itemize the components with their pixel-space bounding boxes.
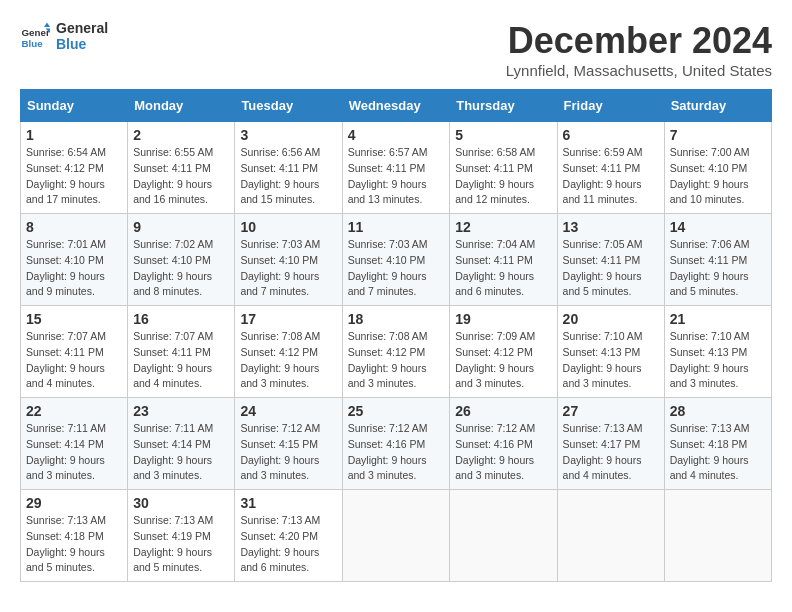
day-number: 22	[26, 403, 122, 419]
calendar-header-row: SundayMondayTuesdayWednesdayThursdayFrid…	[21, 90, 772, 122]
day-number: 14	[670, 219, 766, 235]
day-detail: Sunrise: 7:07 AM Sunset: 4:11 PM Dayligh…	[133, 329, 229, 392]
day-detail: Sunrise: 7:09 AM Sunset: 4:12 PM Dayligh…	[455, 329, 551, 392]
day-detail: Sunrise: 7:02 AM Sunset: 4:10 PM Dayligh…	[133, 237, 229, 300]
calendar-cell: 4 Sunrise: 6:57 AM Sunset: 4:11 PM Dayli…	[342, 122, 450, 214]
calendar-cell	[664, 490, 771, 582]
calendar-cell: 25 Sunrise: 7:12 AM Sunset: 4:16 PM Dayl…	[342, 398, 450, 490]
calendar-week-row: 1 Sunrise: 6:54 AM Sunset: 4:12 PM Dayli…	[21, 122, 772, 214]
calendar-cell: 5 Sunrise: 6:58 AM Sunset: 4:11 PM Dayli…	[450, 122, 557, 214]
day-number: 30	[133, 495, 229, 511]
day-detail: Sunrise: 7:13 AM Sunset: 4:20 PM Dayligh…	[240, 513, 336, 576]
calendar-cell: 12 Sunrise: 7:04 AM Sunset: 4:11 PM Dayl…	[450, 214, 557, 306]
day-number: 29	[26, 495, 122, 511]
day-number: 23	[133, 403, 229, 419]
day-detail: Sunrise: 6:56 AM Sunset: 4:11 PM Dayligh…	[240, 145, 336, 208]
calendar-cell: 13 Sunrise: 7:05 AM Sunset: 4:11 PM Dayl…	[557, 214, 664, 306]
logo-icon: General Blue	[20, 21, 50, 51]
day-number: 21	[670, 311, 766, 327]
day-detail: Sunrise: 7:10 AM Sunset: 4:13 PM Dayligh…	[563, 329, 659, 392]
calendar: SundayMondayTuesdayWednesdayThursdayFrid…	[20, 89, 772, 582]
calendar-cell: 10 Sunrise: 7:03 AM Sunset: 4:10 PM Dayl…	[235, 214, 342, 306]
day-of-week-header: Thursday	[450, 90, 557, 122]
day-number: 26	[455, 403, 551, 419]
day-detail: Sunrise: 7:13 AM Sunset: 4:17 PM Dayligh…	[563, 421, 659, 484]
calendar-cell: 30 Sunrise: 7:13 AM Sunset: 4:19 PM Dayl…	[128, 490, 235, 582]
day-detail: Sunrise: 6:59 AM Sunset: 4:11 PM Dayligh…	[563, 145, 659, 208]
day-number: 15	[26, 311, 122, 327]
day-of-week-header: Wednesday	[342, 90, 450, 122]
logo: General Blue General Blue	[20, 20, 108, 52]
day-number: 25	[348, 403, 445, 419]
day-detail: Sunrise: 7:08 AM Sunset: 4:12 PM Dayligh…	[240, 329, 336, 392]
day-detail: Sunrise: 7:12 AM Sunset: 4:16 PM Dayligh…	[348, 421, 445, 484]
day-number: 17	[240, 311, 336, 327]
day-detail: Sunrise: 6:58 AM Sunset: 4:11 PM Dayligh…	[455, 145, 551, 208]
day-number: 10	[240, 219, 336, 235]
day-detail: Sunrise: 7:12 AM Sunset: 4:15 PM Dayligh…	[240, 421, 336, 484]
calendar-cell: 7 Sunrise: 7:00 AM Sunset: 4:10 PM Dayli…	[664, 122, 771, 214]
day-number: 31	[240, 495, 336, 511]
day-detail: Sunrise: 7:10 AM Sunset: 4:13 PM Dayligh…	[670, 329, 766, 392]
day-of-week-header: Monday	[128, 90, 235, 122]
calendar-cell: 24 Sunrise: 7:12 AM Sunset: 4:15 PM Dayl…	[235, 398, 342, 490]
day-detail: Sunrise: 7:13 AM Sunset: 4:18 PM Dayligh…	[26, 513, 122, 576]
day-of-week-header: Sunday	[21, 90, 128, 122]
day-detail: Sunrise: 7:06 AM Sunset: 4:11 PM Dayligh…	[670, 237, 766, 300]
logo-text-line2: Blue	[56, 36, 108, 52]
calendar-cell: 26 Sunrise: 7:12 AM Sunset: 4:16 PM Dayl…	[450, 398, 557, 490]
day-number: 12	[455, 219, 551, 235]
day-number: 11	[348, 219, 445, 235]
day-number: 28	[670, 403, 766, 419]
day-number: 20	[563, 311, 659, 327]
day-detail: Sunrise: 7:11 AM Sunset: 4:14 PM Dayligh…	[133, 421, 229, 484]
calendar-week-row: 15 Sunrise: 7:07 AM Sunset: 4:11 PM Dayl…	[21, 306, 772, 398]
day-of-week-header: Tuesday	[235, 90, 342, 122]
day-of-week-header: Saturday	[664, 90, 771, 122]
svg-marker-2	[44, 23, 50, 28]
logo-text-line1: General	[56, 20, 108, 36]
calendar-cell: 23 Sunrise: 7:11 AM Sunset: 4:14 PM Dayl…	[128, 398, 235, 490]
day-number: 24	[240, 403, 336, 419]
svg-text:Blue: Blue	[22, 38, 44, 49]
calendar-cell: 9 Sunrise: 7:02 AM Sunset: 4:10 PM Dayli…	[128, 214, 235, 306]
calendar-cell: 17 Sunrise: 7:08 AM Sunset: 4:12 PM Dayl…	[235, 306, 342, 398]
location-title: Lynnfield, Massachusetts, United States	[506, 62, 772, 79]
calendar-cell: 20 Sunrise: 7:10 AM Sunset: 4:13 PM Dayl…	[557, 306, 664, 398]
day-detail: Sunrise: 7:12 AM Sunset: 4:16 PM Dayligh…	[455, 421, 551, 484]
calendar-cell: 19 Sunrise: 7:09 AM Sunset: 4:12 PM Dayl…	[450, 306, 557, 398]
day-number: 3	[240, 127, 336, 143]
day-number: 5	[455, 127, 551, 143]
calendar-cell: 8 Sunrise: 7:01 AM Sunset: 4:10 PM Dayli…	[21, 214, 128, 306]
calendar-cell: 31 Sunrise: 7:13 AM Sunset: 4:20 PM Dayl…	[235, 490, 342, 582]
day-of-week-header: Friday	[557, 90, 664, 122]
calendar-cell: 6 Sunrise: 6:59 AM Sunset: 4:11 PM Dayli…	[557, 122, 664, 214]
calendar-cell	[450, 490, 557, 582]
calendar-cell: 3 Sunrise: 6:56 AM Sunset: 4:11 PM Dayli…	[235, 122, 342, 214]
calendar-cell: 29 Sunrise: 7:13 AM Sunset: 4:18 PM Dayl…	[21, 490, 128, 582]
day-detail: Sunrise: 7:11 AM Sunset: 4:14 PM Dayligh…	[26, 421, 122, 484]
day-detail: Sunrise: 7:07 AM Sunset: 4:11 PM Dayligh…	[26, 329, 122, 392]
calendar-cell: 15 Sunrise: 7:07 AM Sunset: 4:11 PM Dayl…	[21, 306, 128, 398]
header: General Blue General Blue December 2024 …	[20, 20, 772, 79]
day-detail: Sunrise: 6:54 AM Sunset: 4:12 PM Dayligh…	[26, 145, 122, 208]
day-number: 2	[133, 127, 229, 143]
calendar-cell: 22 Sunrise: 7:11 AM Sunset: 4:14 PM Dayl…	[21, 398, 128, 490]
calendar-week-row: 8 Sunrise: 7:01 AM Sunset: 4:10 PM Dayli…	[21, 214, 772, 306]
calendar-cell: 1 Sunrise: 6:54 AM Sunset: 4:12 PM Dayli…	[21, 122, 128, 214]
day-detail: Sunrise: 7:05 AM Sunset: 4:11 PM Dayligh…	[563, 237, 659, 300]
calendar-cell: 2 Sunrise: 6:55 AM Sunset: 4:11 PM Dayli…	[128, 122, 235, 214]
day-number: 13	[563, 219, 659, 235]
day-detail: Sunrise: 7:13 AM Sunset: 4:18 PM Dayligh…	[670, 421, 766, 484]
day-number: 16	[133, 311, 229, 327]
day-detail: Sunrise: 7:08 AM Sunset: 4:12 PM Dayligh…	[348, 329, 445, 392]
day-detail: Sunrise: 7:13 AM Sunset: 4:19 PM Dayligh…	[133, 513, 229, 576]
day-detail: Sunrise: 7:03 AM Sunset: 4:10 PM Dayligh…	[240, 237, 336, 300]
calendar-cell: 11 Sunrise: 7:03 AM Sunset: 4:10 PM Dayl…	[342, 214, 450, 306]
day-number: 18	[348, 311, 445, 327]
day-number: 1	[26, 127, 122, 143]
day-detail: Sunrise: 7:03 AM Sunset: 4:10 PM Dayligh…	[348, 237, 445, 300]
day-detail: Sunrise: 7:00 AM Sunset: 4:10 PM Dayligh…	[670, 145, 766, 208]
title-area: December 2024 Lynnfield, Massachusetts, …	[506, 20, 772, 79]
day-detail: Sunrise: 7:04 AM Sunset: 4:11 PM Dayligh…	[455, 237, 551, 300]
